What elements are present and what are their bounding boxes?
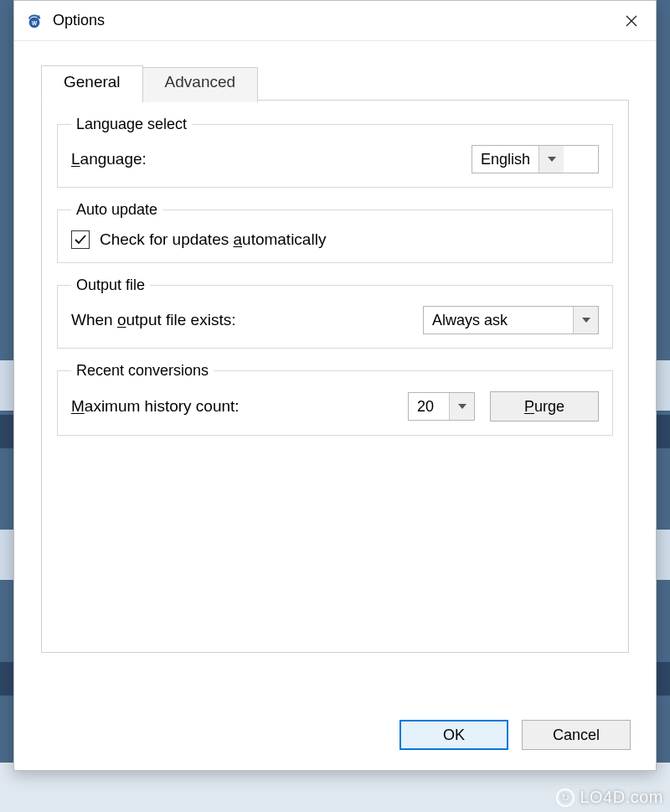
tab-panel-general: Language select Language: English Auto u…: [41, 100, 629, 653]
tab-advanced[interactable]: Advanced: [142, 67, 259, 102]
dialog-footer: OK Cancel: [14, 711, 656, 770]
legend-recent: Recent conversions: [71, 362, 214, 380]
language-value: English: [472, 151, 539, 168]
output-exists-value: Always ask: [424, 312, 573, 329]
dialog-body: General Advanced Language select Languag…: [14, 41, 656, 711]
close-icon: [626, 15, 637, 27]
chevron-down-icon: [573, 307, 598, 334]
close-button[interactable]: [611, 4, 652, 38]
group-auto-update: Auto update Check for updates automatica…: [57, 201, 613, 263]
history-count-label: Maximum history count:: [71, 397, 240, 416]
tab-general[interactable]: General: [41, 65, 143, 101]
watermark: ↻ LO4D.com: [556, 788, 663, 807]
auto-update-checkbox[interactable]: Check for updates automatically: [71, 230, 599, 249]
group-recent-conversions: Recent conversions Maximum history count…: [57, 362, 613, 436]
output-exists-label: When output file exists:: [71, 311, 235, 329]
group-language-select: Language select Language: English: [57, 116, 613, 188]
watermark-icon: ↻: [556, 789, 575, 807]
chevron-down-icon: [449, 393, 474, 420]
tab-strip: General Advanced: [41, 65, 629, 100]
app-icon: W: [24, 11, 44, 31]
legend-output-file: Output file: [71, 277, 150, 294]
window-title: Options: [53, 12, 611, 29]
chevron-down-icon: [539, 146, 564, 173]
titlebar: W Options: [14, 1, 656, 41]
language-select[interactable]: English: [472, 145, 599, 173]
auto-update-label: Check for updates automatically: [100, 230, 326, 249]
group-output-file: Output file When output file exists: Alw…: [57, 277, 613, 349]
purge-button[interactable]: Purge: [490, 391, 599, 422]
svg-text:W: W: [32, 19, 38, 25]
legend-language-select: Language select: [71, 116, 192, 133]
options-dialog: W Options General Advanced Language sele…: [13, 0, 657, 771]
history-count-select[interactable]: 20: [408, 392, 475, 421]
legend-auto-update: Auto update: [71, 201, 162, 219]
output-exists-select[interactable]: Always ask: [423, 306, 599, 334]
history-count-value: 20: [409, 398, 449, 416]
checkbox-box: [71, 230, 90, 249]
language-label: Language:: [71, 150, 147, 168]
cancel-button[interactable]: Cancel: [522, 720, 631, 750]
ok-button[interactable]: OK: [399, 720, 508, 750]
checkmark-icon: [74, 233, 87, 246]
